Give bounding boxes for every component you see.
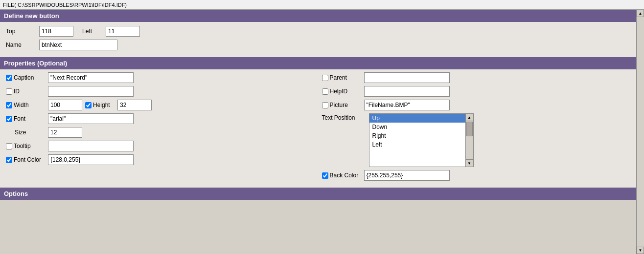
size-label: Size <box>6 129 45 136</box>
list-item-down[interactable]: Down <box>369 123 465 131</box>
fontcolor-text: Font Color <box>14 156 41 163</box>
id-input[interactable] <box>48 86 134 97</box>
tooltip-row: Tooltip <box>6 141 315 151</box>
textpos-listbox-wrap: Up Down Right Left ▲ ▼ <box>369 113 474 167</box>
id-label[interactable]: ID <box>6 88 45 95</box>
name-input[interactable] <box>39 40 117 50</box>
backcolor-text: Back Color <box>330 172 359 179</box>
tooltip-text: Tooltip <box>14 143 31 149</box>
height-input[interactable] <box>117 100 152 110</box>
picture-input[interactable] <box>364 100 450 110</box>
parent-row: Parent <box>322 72 631 83</box>
left-col: Caption ID <box>6 72 322 184</box>
caption-checkbox[interactable] <box>6 75 12 81</box>
name-label: Name <box>6 42 35 48</box>
picture-label[interactable]: Picture <box>322 102 361 108</box>
options-section-header: Options <box>0 188 636 200</box>
properties-section-title: Properties (Optional) <box>4 60 67 67</box>
list-item-up[interactable]: Up <box>369 114 465 123</box>
fontcolor-row: Font Color <box>6 154 315 165</box>
id-text: ID <box>14 88 20 95</box>
parent-text: Parent <box>330 74 347 81</box>
font-input[interactable] <box>48 113 134 124</box>
tooltip-label[interactable]: Tooltip <box>6 143 45 149</box>
caption-label[interactable]: Caption <box>6 74 45 81</box>
picture-text: Picture <box>330 102 348 108</box>
width-input[interactable] <box>48 100 82 110</box>
font-text: Font <box>14 115 25 122</box>
caption-text: Caption <box>14 74 34 81</box>
font-checkbox[interactable] <box>6 116 12 122</box>
textpos-row: Text Position Up Down Right Left ▲ <box>322 113 631 167</box>
page-scrollbar: ▲ ▼ <box>636 10 644 254</box>
backcolor-label[interactable]: Back Color <box>322 172 361 179</box>
id-checkbox[interactable] <box>6 88 12 95</box>
helpid-input[interactable] <box>364 86 450 97</box>
helpid-row: HelpID <box>322 86 631 97</box>
caption-row: Caption <box>6 72 315 83</box>
scroll-up-btn[interactable]: ▲ <box>466 114 473 121</box>
caption-input[interactable] <box>48 72 134 83</box>
title-text: FILE( C:\SSRPWI\DOUBLES\RPWI1\IDF\IDF4.I… <box>3 2 127 8</box>
scroll-thumb[interactable] <box>466 122 473 136</box>
properties-content: Caption ID <box>0 69 636 188</box>
main-container: FILE( C:\SSRPWI\DOUBLES\RPWI1\IDF\IDF4.I… <box>0 0 644 254</box>
listbox-scrollbar: ▲ ▼ <box>466 113 474 167</box>
size-row: Size <box>6 127 315 138</box>
backcolor-input[interactable] <box>364 170 450 181</box>
scroll-track <box>466 121 473 159</box>
picture-checkbox[interactable] <box>322 102 328 108</box>
tooltip-input[interactable] <box>48 141 134 151</box>
helpid-checkbox[interactable] <box>322 88 328 95</box>
define-content: Top Left Name <box>0 22 636 57</box>
properties-section-header: Properties (Optional) <box>0 57 636 69</box>
top-input[interactable] <box>39 26 73 37</box>
size-input[interactable] <box>48 127 82 138</box>
page-scroll-down[interactable]: ▼ <box>637 247 644 254</box>
top-label: Top <box>6 28 35 35</box>
left-label: Left <box>82 28 102 35</box>
helpid-text: HelpID <box>330 88 348 95</box>
tooltip-checkbox[interactable] <box>6 143 12 149</box>
helpid-label[interactable]: HelpID <box>322 88 361 95</box>
height-checkbox[interactable] <box>85 102 92 108</box>
top-left-row: Top Left <box>6 26 630 37</box>
page-scroll-up[interactable]: ▲ <box>637 10 644 17</box>
properties-two-col: Caption ID <box>6 72 630 184</box>
backcolor-row: Back Color <box>322 170 631 181</box>
width-text: Width <box>14 102 29 108</box>
font-row: Font <box>6 113 315 124</box>
main-content: Define new button Top Left Name Properti… <box>0 10 636 200</box>
height-label[interactable]: Height <box>85 102 115 108</box>
list-item-right[interactable]: Right <box>369 131 465 140</box>
textpos-label: Text Position <box>322 113 366 121</box>
fontcolor-checkbox[interactable] <box>6 157 12 163</box>
font-label[interactable]: Font <box>6 115 45 122</box>
backcolor-checkbox[interactable] <box>322 172 328 179</box>
parent-input[interactable] <box>364 72 450 83</box>
height-text: Height <box>93 102 110 108</box>
title-bar: FILE( C:\SSRPWI\DOUBLES\RPWI1\IDF\IDF4.I… <box>0 0 644 10</box>
fontcolor-label[interactable]: Font Color <box>6 156 45 163</box>
define-section-title: Define new button <box>4 12 59 20</box>
name-row: Name <box>6 40 630 50</box>
parent-label[interactable]: Parent <box>322 74 361 81</box>
list-item-left[interactable]: Left <box>369 140 465 149</box>
width-label[interactable]: Width <box>6 102 45 108</box>
picture-row: Picture <box>322 100 631 110</box>
fontcolor-input[interactable] <box>48 154 134 165</box>
width-height-row: Width Height <box>6 100 315 110</box>
id-row: ID <box>6 86 315 97</box>
parent-checkbox[interactable] <box>322 75 328 81</box>
define-section-header: Define new button <box>0 10 636 22</box>
options-section-title: Options <box>4 190 28 197</box>
left-input[interactable] <box>106 26 140 37</box>
width-checkbox[interactable] <box>6 102 12 108</box>
scroll-down-btn[interactable]: ▼ <box>466 159 473 167</box>
textpos-listbox[interactable]: Up Down Right Left <box>369 113 466 167</box>
right-col: Parent HelpID <box>322 72 631 184</box>
